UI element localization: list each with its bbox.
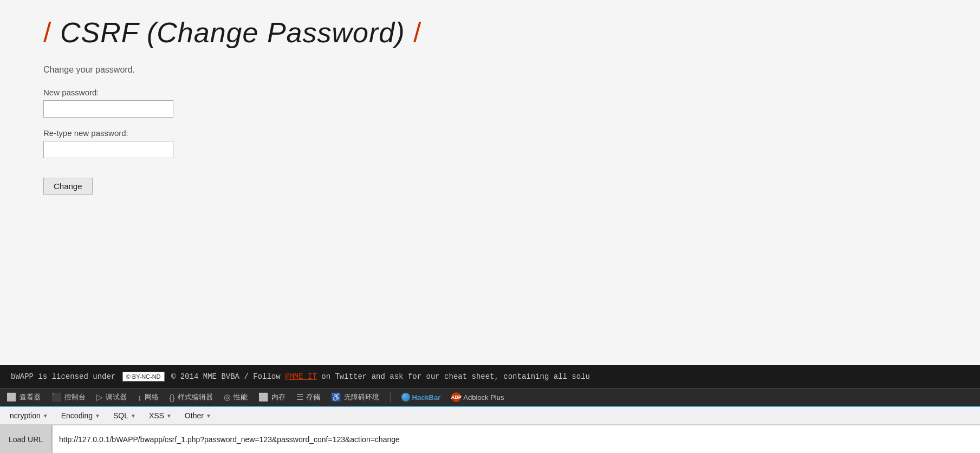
slash-open: /: [43, 17, 51, 48]
retype-password-input[interactable]: [43, 141, 173, 158]
hackbar-menu-encryption[interactable]: ncryption ▼: [4, 409, 54, 422]
console-label: 控制台: [64, 392, 86, 402]
hackbar-button[interactable]: HackBar: [401, 393, 441, 402]
footer-bar: bWAPP is licensed under © BY-NC-ND © 201…: [0, 365, 980, 388]
dev-tool-debugger[interactable]: ▷ 调试器: [96, 392, 127, 402]
debugger-icon: ▷: [96, 392, 103, 402]
dev-toolbar: ⬜ 查看器 ⬛ 控制台 ▷ 调试器 ↕ 网络 {} 样式编辑器 ◎ 性能 ⬜ 内…: [0, 388, 980, 406]
hackbar-menu-sql[interactable]: SQL ▼: [108, 409, 141, 422]
dev-tool-accessibility[interactable]: ♿ 无障碍环境: [331, 392, 379, 402]
adblock-icon: ABP: [451, 392, 461, 402]
xss-label: XSS: [149, 411, 164, 420]
main-content: / CSRF (Change Password) / Change your p…: [0, 0, 980, 365]
hackbar-menu-row: ncryption ▼ Encoding ▼ SQL ▼ XSS ▼ Other…: [0, 406, 980, 425]
retype-password-label: Re-type new password:: [43, 128, 937, 138]
hackbar-menu-other[interactable]: Other ▼: [179, 409, 217, 422]
adblock-label: Adblock Plus: [463, 393, 504, 402]
storage-icon: ☰: [296, 392, 303, 402]
footer-text-before: bWAPP is licensed under: [11, 372, 115, 381]
sql-label: SQL: [113, 411, 128, 420]
dev-tool-inspector[interactable]: ⬜ 查看器: [7, 392, 41, 402]
dev-tool-performance[interactable]: ◎ 性能: [224, 392, 248, 402]
dev-tool-style-editor[interactable]: {} 样式编辑器: [170, 392, 213, 402]
memory-icon: ⬜: [258, 392, 269, 402]
inspector-label: 查看器: [20, 392, 41, 402]
encoding-dropdown-icon: ▼: [95, 413, 100, 419]
style-editor-icon: {}: [170, 393, 175, 402]
network-icon: ↕: [138, 393, 142, 402]
inspector-icon: ⬜: [7, 392, 17, 402]
page-title: / CSRF (Change Password) /: [43, 16, 937, 49]
hackbar-label: HackBar: [412, 393, 441, 402]
footer-text-middle: © 2014 MME BVBA / Follow: [171, 372, 281, 381]
accessibility-icon: ♿: [331, 392, 341, 402]
memory-label: 内存: [271, 392, 285, 402]
new-password-input[interactable]: [43, 100, 173, 118]
xss-dropdown-icon: ▼: [166, 413, 172, 419]
accessibility-label: 无障碍环境: [344, 392, 379, 402]
slash-close: /: [413, 17, 421, 48]
sql-dropdown-icon: ▼: [131, 413, 136, 419]
adblock-button[interactable]: ABP Adblock Plus: [451, 392, 504, 402]
load-url-button[interactable]: Load URL: [0, 425, 52, 453]
url-input[interactable]: [52, 425, 980, 453]
performance-label: 性能: [233, 392, 248, 402]
license-badge: © BY-NC-ND: [122, 372, 165, 381]
title-text: CSRF (Change Password): [51, 17, 413, 48]
hackbar-menu-encoding[interactable]: Encoding ▼: [56, 409, 106, 422]
other-dropdown-icon: ▼: [206, 413, 211, 419]
dev-tool-storage[interactable]: ☰ 存储: [296, 392, 320, 402]
change-button[interactable]: Change: [43, 178, 93, 195]
style-editor-label: 样式编辑器: [178, 392, 213, 402]
dev-tool-network[interactable]: ↕ 网络: [138, 392, 159, 402]
retype-password-group: Re-type new password:: [43, 128, 937, 158]
console-icon: ⬛: [51, 392, 62, 402]
encoding-label: Encoding: [61, 411, 93, 420]
performance-icon: ◎: [224, 392, 231, 402]
dev-tool-console[interactable]: ⬛ 控制台: [51, 392, 86, 402]
hackbar-globe-icon: [401, 393, 410, 402]
new-password-group: New password:: [43, 88, 937, 118]
url-bar-row: Load URL: [0, 425, 980, 453]
hackbar-menu-xss[interactable]: XSS ▼: [144, 409, 177, 422]
network-label: 网络: [145, 392, 159, 402]
toolbar-separator-1: [390, 392, 391, 403]
debugger-label: 调试器: [106, 392, 127, 402]
twitter-link[interactable]: @MME_IT: [285, 372, 317, 381]
encryption-label: ncryption: [10, 411, 41, 420]
form-description: Change your password.: [43, 65, 937, 75]
new-password-label: New password:: [43, 88, 937, 97]
other-label: Other: [185, 411, 204, 420]
dev-tool-memory[interactable]: ⬜ 内存: [258, 392, 285, 402]
storage-label: 存储: [306, 392, 320, 402]
encryption-dropdown-icon: ▼: [43, 413, 48, 419]
footer-text-after: on Twitter and ask for our cheat sheet, …: [321, 372, 590, 381]
